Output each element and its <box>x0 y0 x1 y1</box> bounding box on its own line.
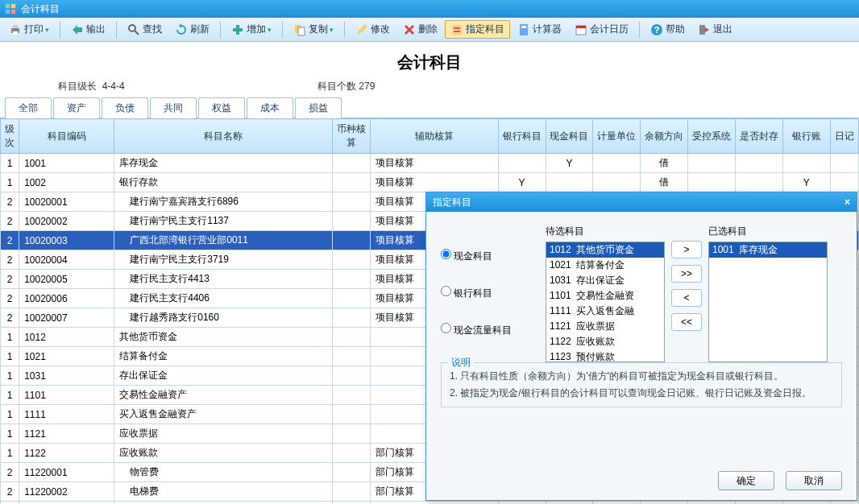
table-row[interactable]: 11001库存现金项目核算Y借 <box>1 154 859 173</box>
tab-5[interactable]: 成本 <box>247 97 293 118</box>
col-level[interactable]: 级次 <box>1 119 19 154</box>
move-all-right-button[interactable]: >> <box>671 265 702 283</box>
col-bank[interactable]: 银行科目 <box>498 119 546 154</box>
page-title: 会计科目 <box>0 42 859 80</box>
col-diary[interactable]: 日记 <box>830 119 858 154</box>
svg-rect-0 <box>6 4 10 8</box>
list-item[interactable]: 1122 应收账款 <box>546 334 664 349</box>
export-icon <box>71 23 84 36</box>
calc-icon <box>517 23 530 36</box>
col-name[interactable]: 科目名称 <box>114 119 332 154</box>
svg-rect-2 <box>6 10 10 14</box>
export-button[interactable]: 输出 <box>65 20 111 39</box>
print-button[interactable]: 打印▾ <box>3 20 55 39</box>
svg-rect-3 <box>11 10 15 14</box>
col-system[interactable]: 受控系统 <box>688 119 736 154</box>
tab-4[interactable]: 权益 <box>198 97 245 118</box>
assign-button[interactable]: 指定科目 <box>445 20 510 39</box>
svg-rect-10 <box>233 28 243 31</box>
calc-button[interactable]: 计算器 <box>512 20 567 39</box>
col-bankacc[interactable]: 银行账 <box>782 119 830 154</box>
dropdown-icon: ▾ <box>268 26 272 34</box>
list-item[interactable]: 1031 存出保证金 <box>546 273 664 288</box>
add-button[interactable]: 增加▾ <box>226 20 277 39</box>
edit-button[interactable]: 修改 <box>350 20 396 39</box>
delete-button[interactable]: 删除 <box>397 20 443 39</box>
copy-icon <box>293 23 306 36</box>
list-item[interactable]: 1021 结算备付金 <box>546 258 664 273</box>
help-icon: ? <box>650 23 663 36</box>
svg-text:?: ? <box>654 25 660 35</box>
list-item[interactable]: 1101 交易性金融资 <box>546 288 664 304</box>
tabs: 全部资产负债共同权益成本损益 <box>0 97 859 118</box>
selected-label: 已选科目 <box>708 225 828 238</box>
dialog-title: 指定科目 <box>433 196 471 209</box>
calendar-icon <box>575 23 587 36</box>
titlebar: 会计科目 <box>0 0 859 18</box>
summary-bar: 科目级长 4-4-4 科目个数 279 <box>0 80 859 97</box>
pending-listbox[interactable]: 1012 其他货币资金1021 结算备付金1031 存出保证金1101 交易性金… <box>546 242 665 362</box>
radio-cash[interactable]: 现金科目 <box>441 249 546 263</box>
col-currency[interactable]: 币种核算 <box>332 119 370 154</box>
col-seal[interactable]: 是否封存 <box>735 119 782 154</box>
list-item[interactable]: 1111 买入返售金融 <box>546 304 664 319</box>
exit-button[interactable]: 退出 <box>692 20 738 39</box>
svg-rect-17 <box>454 31 460 32</box>
dialog-titlebar[interactable]: 指定科目 × <box>426 192 857 212</box>
table-row[interactable]: 211220003 停车费部门核算 <box>1 502 859 505</box>
refresh-button[interactable]: 刷新 <box>169 20 215 39</box>
move-left-button[interactable]: < <box>671 289 702 307</box>
list-item[interactable]: 1121 应收票据 <box>546 319 664 334</box>
svg-rect-1 <box>11 4 15 8</box>
pending-label: 待选科目 <box>546 225 665 238</box>
svg-rect-12 <box>298 27 305 35</box>
window-title: 会计科目 <box>21 2 60 16</box>
find-button[interactable]: 查找 <box>122 20 168 39</box>
col-direction[interactable]: 余额方向 <box>641 119 688 154</box>
tab-0[interactable]: 全部 <box>5 97 52 118</box>
svg-line-8 <box>135 31 139 35</box>
cancel-button[interactable]: 取消 <box>786 471 842 490</box>
copy-button[interactable]: 复制▾ <box>288 20 339 39</box>
svg-rect-6 <box>13 31 18 35</box>
table-row[interactable]: 11002银行存款项目核算Y借Y <box>1 173 859 192</box>
list-item[interactable]: 1123 预付账款 <box>546 349 664 362</box>
help-button[interactable]: ?帮助 <box>645 20 691 39</box>
radio-bank[interactable]: 银行科目 <box>441 286 546 300</box>
list-item[interactable]: 1001 库存现金 <box>709 242 827 258</box>
col-cash[interactable]: 现金科目 <box>546 119 593 154</box>
svg-rect-5 <box>13 25 18 28</box>
tab-1[interactable]: 资产 <box>53 97 100 118</box>
svg-rect-16 <box>454 27 460 29</box>
svg-rect-19 <box>521 26 526 28</box>
assign-dialog: 指定科目 × 现金科目 银行科目 现金流量科目 待选科目 1012 其他货币资金… <box>425 192 857 501</box>
svg-point-7 <box>129 25 135 31</box>
tab-6[interactable]: 损益 <box>295 97 342 118</box>
col-aux[interactable]: 辅助核算 <box>370 119 498 154</box>
edit-icon <box>355 23 368 36</box>
print-icon <box>9 23 22 36</box>
exit-icon <box>698 23 711 36</box>
col-code[interactable]: 科目编码 <box>19 119 114 154</box>
description-box: 说明 1. 只有科目性质（余额方向）为'借方'的科目可被指定为现金科目或银行科目… <box>441 362 842 407</box>
col-unit[interactable]: 计量单位 <box>593 119 641 154</box>
refresh-icon <box>175 23 188 36</box>
move-right-button[interactable]: > <box>671 241 702 258</box>
tab-3[interactable]: 共同 <box>150 97 197 118</box>
dropdown-icon: ▾ <box>330 26 334 34</box>
selected-listbox[interactable]: 1001 库存现金 <box>708 242 828 362</box>
tab-2[interactable]: 负债 <box>102 97 148 118</box>
svg-rect-21 <box>576 26 586 28</box>
delete-icon <box>403 23 416 36</box>
svg-rect-15 <box>452 25 462 35</box>
app-icon <box>5 3 16 14</box>
dropdown-icon: ▾ <box>45 26 49 34</box>
radio-group: 现金科目 银行科目 现金流量科目 <box>441 225 546 360</box>
close-icon[interactable]: × <box>844 196 850 208</box>
ok-button[interactable]: 确定 <box>718 471 774 490</box>
move-all-left-button[interactable]: << <box>671 313 702 331</box>
list-item[interactable]: 1012 其他货币资金 <box>546 242 664 258</box>
calendar-button[interactable]: 会计日历 <box>569 20 634 39</box>
add-icon <box>231 23 244 36</box>
radio-flow[interactable]: 现金流量科目 <box>441 323 546 337</box>
